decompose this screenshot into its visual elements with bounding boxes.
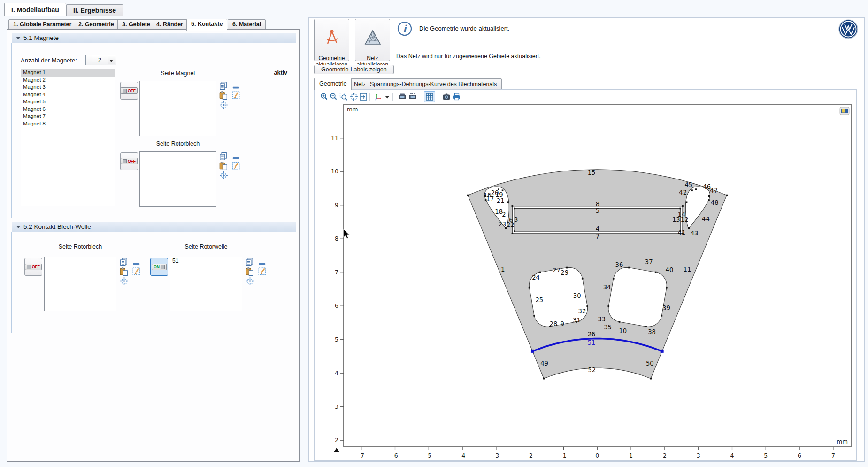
edge-label-32: 32 [578, 308, 586, 315]
seite-rotorwelle-toggle[interactable]: ON [150, 258, 168, 276]
vertex-dot [529, 287, 530, 289]
print-icon[interactable] [453, 93, 461, 101]
section-header-magnete[interactable]: 5.1 Magnete [12, 33, 296, 43]
select-caret-box[interactable] [108, 56, 115, 64]
axis-origin-marker [334, 448, 339, 452]
seite-rotorwelle-selection-list[interactable]: 51 [170, 257, 242, 311]
edge-label-37: 37 [645, 258, 653, 265]
x-tick-label: -5 [426, 452, 431, 459]
vertex-dot [666, 287, 668, 289]
seite-rotorblech-selection-list-1[interactable] [139, 151, 216, 207]
list-item[interactable]: Magnet 3 [21, 84, 115, 91]
copy-icon[interactable] [219, 81, 228, 90]
update-geometry-button[interactable]: Geometrie aktualisieren [314, 19, 349, 61]
clear-selection-icon[interactable] [132, 267, 141, 276]
list-item[interactable]: Magnet 1 [21, 69, 115, 77]
list-item[interactable]: Magnet 7 [21, 113, 115, 120]
x-tick-label: -7 [358, 452, 364, 459]
x-tick-label: 7 [831, 452, 835, 459]
seite-rotorblech-selection-list-2[interactable] [44, 257, 116, 311]
vertex-dot [566, 267, 568, 269]
zoom-extents-icon[interactable] [350, 93, 358, 101]
plot-legend-toggle[interactable] [840, 107, 849, 115]
zoom-in-icon[interactable] [320, 93, 329, 101]
selection-item-51[interactable]: 51 [170, 257, 242, 265]
x-tick-label: 0 [595, 452, 599, 459]
x-tick-label: 6 [798, 452, 801, 459]
paste-icon[interactable] [219, 91, 228, 100]
edge-label-35: 35 [604, 324, 612, 331]
grid-icon[interactable] [425, 93, 434, 101]
magnet-listbox[interactable]: Magnet 1Magnet 2Magnet 3Magnet 4Magnet 5… [21, 69, 115, 206]
geometry-plot-canvas[interactable]: 1516201917211826323228547454647424814131… [329, 104, 860, 460]
subtab-geometrie[interactable]: 2. Geometrie [74, 19, 119, 30]
toggle-knob [123, 159, 127, 163]
view-tab-spannungs-dehnungs-kurve[interactable]: Spannungs-Dehnungs-Kurve des Blechmateri… [365, 78, 502, 89]
seite-magnet-toggle[interactable]: OFF [120, 82, 138, 100]
edge-label-49: 49 [540, 360, 548, 367]
x-tick-label: 3 [697, 452, 700, 459]
edge-label-3: 3 [514, 216, 518, 223]
zoom-to-selection-icon[interactable] [246, 277, 254, 286]
cooling-hole-right[interactable] [608, 267, 667, 327]
edge-label-39: 39 [662, 304, 670, 311]
section-header-kontakt-blech-welle[interactable]: 5.2 Kontakt Blech-Welle [12, 222, 296, 232]
subtab-gebiete[interactable]: 3. Gebiete [117, 19, 155, 30]
vertex-dot [688, 227, 690, 229]
vertex-dot [582, 278, 584, 280]
copy-icon[interactable] [219, 152, 228, 161]
vertex-dot [514, 230, 515, 232]
update-mesh-button[interactable]: Netz aktualisieren [355, 19, 390, 61]
snapshot-icon[interactable] [442, 93, 451, 101]
unit-label-top: mm [347, 106, 358, 113]
zoom-box-icon[interactable] [339, 93, 348, 101]
list-item[interactable]: Magnet 5 [21, 98, 115, 106]
seite-rotorblech-toggle-2[interactable]: OFF [24, 258, 42, 276]
clear-selection-icon[interactable] [231, 91, 240, 100]
paste-icon[interactable] [119, 267, 128, 276]
show-geometry-labels-button[interactable]: Geometrie-Labels zeigen [314, 65, 394, 74]
clear-selection-icon[interactable] [258, 267, 267, 276]
list-item[interactable]: Magnet 6 [21, 106, 115, 113]
subtab-kontakte[interactable]: 5. Kontakte [186, 19, 227, 31]
anzahl-magnete-select[interactable]: 2 [85, 55, 116, 65]
edge-label-48: 48 [711, 199, 719, 206]
list-item[interactable]: Magnet 8 [21, 120, 115, 128]
subtab-material[interactable]: 6. Material [228, 19, 266, 30]
edge-label-41: 41 [677, 229, 685, 236]
tab-ergebnisse[interactable]: II. Ergebnisse [66, 4, 123, 16]
view-orientation-icon[interactable] [374, 93, 383, 101]
section-accent-line [11, 43, 12, 218]
vertex-dot [533, 315, 535, 317]
view-tab-geometrie[interactable]: Geometrie [314, 78, 352, 90]
edge-label-12: 12 [681, 216, 689, 223]
mesh-triangle-icon [364, 29, 382, 47]
list-item[interactable]: Magnet 4 [21, 91, 115, 99]
orientation-caret-icon[interactable] [383, 93, 392, 101]
export-image-icon[interactable] [398, 93, 407, 101]
zoom-to-selection-icon[interactable] [219, 171, 228, 180]
subtab-globale-parameter[interactable]: 1. Globale Parameter [8, 19, 76, 30]
zoom-fit-icon[interactable] [359, 93, 368, 101]
seite-magnet-selection-list[interactable] [139, 81, 216, 136]
geometry-updated-message: Die Geometrie wurde aktualisiert. [419, 25, 509, 32]
toggle-off-text: OFF [32, 265, 40, 269]
edge-label-28: 28 [550, 320, 558, 327]
copy-icon[interactable] [245, 257, 254, 266]
paste-icon[interactable] [219, 161, 228, 170]
seite-rotorblech-toggle-1[interactable]: OFF [120, 152, 138, 170]
export-animation-icon[interactable] [408, 93, 417, 101]
subtab-raender[interactable]: 4. Ränder [152, 19, 188, 30]
copy-icon[interactable] [119, 257, 128, 266]
toolbar-separator [438, 93, 438, 101]
tab-modellaufbau[interactable]: I. Modellaufbau [4, 3, 66, 16]
toggle-on-text: ON [154, 265, 160, 269]
clear-selection-icon[interactable] [231, 161, 240, 170]
zoom-to-selection-icon[interactable] [219, 101, 228, 109]
list-item[interactable]: Magnet 2 [21, 77, 115, 84]
zoom-to-selection-icon[interactable] [120, 277, 129, 286]
zoom-out-icon[interactable] [330, 93, 338, 101]
paste-icon[interactable] [245, 267, 254, 276]
edge-label-52: 52 [588, 366, 596, 374]
toggle-knob [123, 89, 127, 93]
